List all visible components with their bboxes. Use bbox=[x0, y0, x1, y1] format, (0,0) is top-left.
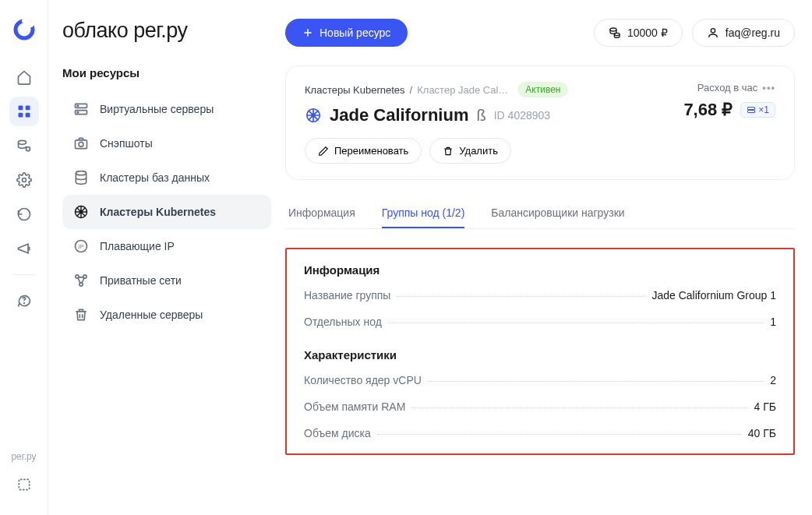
svg-rect-30 bbox=[748, 111, 755, 113]
sidebar-section-title: Мои ресурсы bbox=[62, 66, 271, 79]
sidebar-item-vservers[interactable]: Виртуальные серверы bbox=[62, 92, 271, 126]
sidebar-item-label: Снэпшоты bbox=[100, 137, 153, 150]
breadcrumb: Кластеры Kubernetes / Кластер Jade Cal… … bbox=[305, 82, 568, 97]
resources-icon[interactable] bbox=[9, 97, 39, 126]
svg-point-5 bbox=[18, 140, 26, 144]
svg-point-12 bbox=[77, 105, 79, 107]
tab-balancers[interactable]: Балансировщики нагрузки bbox=[491, 199, 624, 228]
camera-icon bbox=[73, 136, 89, 151]
cost-value: 7,68 ₽ bbox=[683, 100, 733, 120]
home-icon[interactable] bbox=[9, 62, 39, 92]
svg-point-8 bbox=[23, 303, 24, 304]
ip-icon: IP bbox=[73, 238, 89, 254]
logo-icon bbox=[12, 17, 37, 42]
svg-point-13 bbox=[77, 111, 79, 113]
sidebar-item-label: Плавающие IP bbox=[100, 240, 175, 252]
pencil-icon bbox=[318, 146, 329, 157]
svg-point-7 bbox=[22, 178, 26, 182]
balance-pill[interactable]: 10000 ₽ bbox=[594, 19, 683, 47]
coins-icon bbox=[609, 26, 621, 39]
rail-footer-text: рег.ру bbox=[11, 451, 36, 462]
sidebar-item-k8s[interactable]: Кластеры Kubernetes bbox=[62, 195, 271, 229]
icon-rail: рег.ру bbox=[0, 0, 48, 515]
backup-icon[interactable] bbox=[9, 131, 39, 160]
balance-text: 10000 ₽ bbox=[627, 26, 668, 39]
database-icon bbox=[73, 170, 89, 185]
sidebar-item-db[interactable]: Кластеры баз данных bbox=[62, 160, 271, 195]
topbar: Новый ресурс 10000 ₽ faq@reg.ru bbox=[285, 19, 795, 47]
sidebar-item-label: Приватные сети bbox=[100, 274, 182, 287]
row-disk: Объем диска 40 ГБ bbox=[304, 427, 776, 439]
server-small-icon bbox=[747, 105, 756, 115]
svg-rect-29 bbox=[748, 108, 755, 110]
cluster-name: Jade Californium bbox=[330, 105, 468, 125]
sidebar-item-networks[interactable]: Приватные сети bbox=[62, 263, 271, 298]
tab-info[interactable]: Информация bbox=[288, 199, 355, 228]
sidebar-item-label: Кластеры Kubernetes bbox=[100, 206, 216, 218]
account-text: faq@reg.ru bbox=[726, 26, 780, 39]
server-icon bbox=[73, 101, 89, 117]
rename-button[interactable]: Переименовать bbox=[305, 138, 422, 164]
svg-point-26 bbox=[711, 29, 715, 33]
status-badge: Активен bbox=[517, 82, 568, 97]
sidebar-item-label: Виртуальные серверы bbox=[100, 103, 214, 115]
trash-icon bbox=[73, 307, 89, 323]
cluster-card: Кластеры Kubernetes / Кластер Jade Cal… … bbox=[285, 65, 795, 180]
row-vcpu: Количество ядер vCPU 2 bbox=[304, 374, 776, 386]
user-icon bbox=[707, 26, 719, 39]
cluster-id: ID 4028903 bbox=[494, 109, 550, 122]
svg-point-15 bbox=[79, 142, 83, 146]
settings-icon[interactable] bbox=[9, 165, 39, 195]
new-resource-button[interactable]: Новый ресурс bbox=[285, 19, 408, 47]
sidebar: облако рег.ру Мои ресурсы Виртуальные се… bbox=[48, 0, 282, 515]
account-pill[interactable]: faq@reg.ru bbox=[692, 19, 795, 47]
sidebar-item-deleted[interactable]: Удаленные серверы bbox=[62, 298, 271, 332]
svg-rect-14 bbox=[76, 140, 87, 149]
network-icon bbox=[73, 273, 89, 288]
sidebar-item-label: Кластеры баз данных bbox=[100, 171, 210, 184]
svg-rect-2 bbox=[25, 106, 30, 111]
more-icon[interactable]: ••• bbox=[762, 82, 775, 93]
announce-icon[interactable] bbox=[9, 234, 39, 263]
breadcrumb-current: Кластер Jade Cal… bbox=[417, 84, 508, 96]
main-area: Новый ресурс 10000 ₽ faq@reg.ru Кластеры… bbox=[282, 0, 812, 515]
svg-point-16 bbox=[76, 171, 86, 175]
new-resource-label: Новый ресурс bbox=[320, 26, 390, 39]
svg-rect-1 bbox=[18, 106, 23, 111]
row-group-name: Название группы Jade Californium Group 1 bbox=[304, 289, 776, 302]
tabs: Информация Группы нод (1/2) Балансировщи… bbox=[285, 199, 795, 229]
row-ram: Объем памяти RAM 4 ГБ bbox=[304, 400, 776, 413]
panel-info-title: Информация bbox=[304, 263, 776, 277]
trash-icon bbox=[443, 146, 454, 157]
kubernetes-icon bbox=[73, 204, 89, 220]
svg-point-6 bbox=[26, 147, 30, 151]
sidebar-item-label: Удаленные серверы bbox=[100, 309, 203, 321]
tab-node-groups[interactable]: Группы нод (1/2) bbox=[382, 199, 465, 228]
brand-title: облако рег.ру bbox=[62, 19, 271, 43]
row-nodes: Отдельных нод 1 bbox=[304, 316, 776, 328]
server-count-chip[interactable]: ×1 bbox=[740, 102, 775, 118]
kubernetes-icon bbox=[305, 107, 322, 124]
beta-badge: ß bbox=[476, 107, 485, 125]
cost-label: Расход в час bbox=[697, 82, 758, 93]
svg-point-24 bbox=[610, 28, 616, 31]
svg-point-25 bbox=[614, 33, 620, 35]
sidebar-item-snapshots[interactable]: Снэпшоты bbox=[62, 126, 271, 160]
help-icon[interactable] bbox=[9, 286, 39, 316]
sidebar-item-ip[interactable]: IP Плавающие IP bbox=[62, 229, 271, 263]
collapse-icon[interactable] bbox=[9, 470, 39, 499]
svg-rect-4 bbox=[25, 113, 30, 118]
node-group-panel: Информация Название группы Jade Californ… bbox=[285, 248, 795, 455]
svg-rect-3 bbox=[18, 113, 23, 118]
svg-rect-9 bbox=[19, 479, 29, 489]
svg-text:IP: IP bbox=[79, 244, 84, 249]
history-icon[interactable] bbox=[9, 199, 39, 229]
plus-icon bbox=[302, 27, 313, 38]
delete-button[interactable]: Удалить bbox=[429, 138, 511, 164]
breadcrumb-root[interactable]: Кластеры Kubernetes bbox=[305, 84, 405, 96]
panel-specs-title: Характеристики bbox=[304, 348, 776, 362]
